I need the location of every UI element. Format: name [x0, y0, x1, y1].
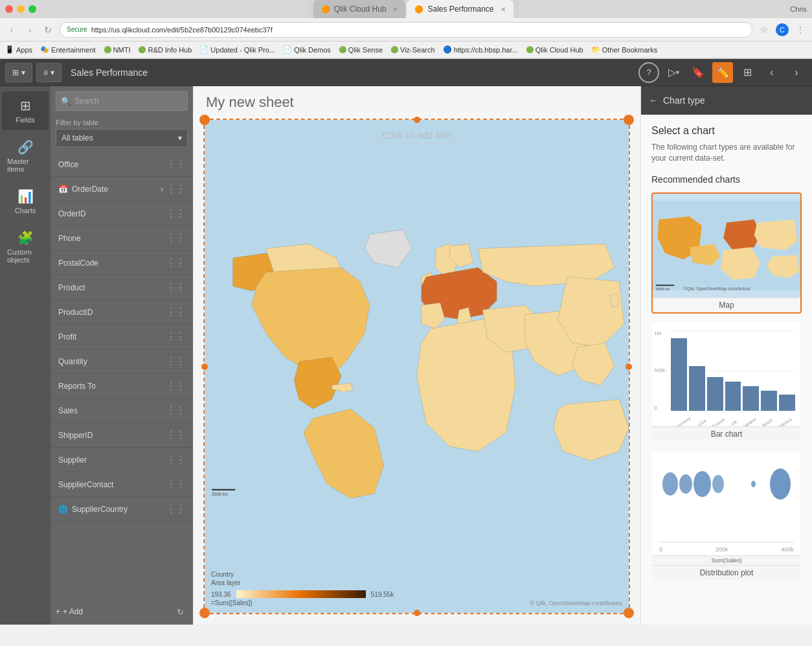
- field-drag-shipperid[interactable]: ⋮⋮: [166, 429, 185, 441]
- sidebar-item-master[interactable]: 🔗 Master items: [2, 133, 49, 179]
- forward-nav-button[interactable]: ›: [786, 62, 807, 83]
- field-drag-orderid[interactable]: ⋮⋮: [166, 207, 185, 220]
- dist-x-400k: 400k: [781, 546, 794, 553]
- search-input[interactable]: [56, 91, 188, 111]
- right-panel-header[interactable]: ← Chart type: [641, 86, 812, 115]
- field-drag-orderdate[interactable]: ⋮⋮: [166, 183, 185, 195]
- fields-icon: ⊞: [20, 98, 31, 113]
- search-wrapper: 🔍: [56, 91, 188, 111]
- field-item-quantity[interactable]: Quantity ⋮⋮: [51, 349, 193, 374]
- sidebar-item-charts[interactable]: 📊 Charts: [2, 182, 49, 221]
- field-name-office: Office: [58, 160, 78, 169]
- help-button[interactable]: ?: [638, 62, 659, 83]
- handle-t[interactable]: [414, 117, 420, 123]
- address-bar[interactable]: Secure https://us.qlikcloud.com/edit/5b2…: [60, 22, 752, 38]
- map-copyright: © Qlik, OpenStreetMap contributors: [530, 600, 622, 606]
- field-drag-profit[interactable]: ⋮⋮: [166, 330, 185, 343]
- svg-text:5000 km: 5000 km: [656, 286, 670, 290]
- nav-back[interactable]: ‹: [5, 23, 18, 36]
- close-button[interactable]: [5, 5, 13, 13]
- chart-thumb-dist[interactable]: 0 200k 400k Sum(Sales) Distribution plot: [651, 450, 802, 581]
- field-item-suppliercontact[interactable]: SupplierContact ⋮⋮: [51, 472, 193, 497]
- chart-thumb-bar[interactable]: 1M 500k 0: [651, 321, 802, 443]
- edit-button[interactable]: ✏️: [712, 62, 733, 83]
- maximize-button[interactable]: [28, 5, 36, 13]
- bookmark-qlik-sense[interactable]: 🟢Qlik Sense: [339, 46, 383, 54]
- y-label-0: 0: [654, 405, 665, 411]
- field-drag-phone[interactable]: ⋮⋮: [166, 232, 185, 244]
- hub-button[interactable]: ⊞ ▾: [5, 63, 32, 82]
- user-icon[interactable]: C: [776, 23, 789, 36]
- field-item-profit[interactable]: Profit ⋮⋮: [51, 325, 193, 349]
- bar-france: [707, 377, 723, 411]
- handle-br[interactable]: [624, 608, 634, 618]
- tab-qlik-hub-label: Qlik Cloud Hub: [334, 5, 387, 14]
- bookmark-apps[interactable]: 📱Apps: [5, 45, 32, 54]
- present-button[interactable]: ▷ ▾: [663, 62, 684, 83]
- bookmark-viz-search[interactable]: 🟢Viz-Search: [390, 46, 435, 54]
- tab-sales-performance[interactable]: 🟠 Sales Performance ✕: [407, 0, 513, 18]
- tab-qlik-hub[interactable]: 🟠 Qlik Cloud Hub ✕: [313, 0, 406, 18]
- list-button[interactable]: ≡ ▾: [36, 63, 62, 82]
- field-item-postalcode[interactable]: PostalCode ⋮⋮: [51, 251, 193, 275]
- field-item-sales[interactable]: Sales ⋮⋮: [51, 398, 193, 423]
- handle-b[interactable]: [414, 610, 420, 616]
- bookmark-updated-qlik[interactable]: 📄Updated - Qlik Pro...: [199, 45, 275, 54]
- click-to-add-title[interactable]: Click to add title: [372, 126, 462, 144]
- field-item-supplier[interactable]: Supplier ⋮⋮: [51, 448, 193, 472]
- filter-value: All tables: [62, 133, 93, 143]
- bookmark-rd-info-hub[interactable]: 🟢R&D Info Hub: [138, 46, 192, 54]
- add-button[interactable]: + + Add: [56, 607, 83, 616]
- tab-close-icon[interactable]: ✕: [392, 6, 398, 13]
- field-item-productid[interactable]: ProductID ⋮⋮: [51, 300, 193, 325]
- field-drag-productid[interactable]: ⋮⋮: [166, 306, 185, 318]
- sheet-title: My new sheet: [206, 94, 294, 111]
- field-item-product[interactable]: Product ⋮⋮: [51, 275, 193, 300]
- field-drag-office[interactable]: ⋮⋮: [166, 158, 185, 170]
- field-item-suppliercountry[interactable]: 🌐 SupplierCountry ⋮⋮: [51, 497, 193, 522]
- handle-tl[interactable]: [199, 115, 210, 125]
- handle-tr[interactable]: [624, 115, 634, 125]
- bookmark-hbsp[interactable]: 🔵https://cb.hbsp.har...: [443, 45, 518, 54]
- bookmark-qlik-cloud-hub[interactable]: 🟢Qlik Cloud Hub: [526, 46, 583, 54]
- bookmark-button[interactable]: 🔖: [688, 62, 708, 83]
- extensions-icon[interactable]: ⋮: [794, 23, 807, 36]
- field-drag-reportsto[interactable]: ⋮⋮: [166, 380, 185, 392]
- field-drag-supplier[interactable]: ⋮⋮: [166, 454, 185, 466]
- refresh-button[interactable]: ↻: [172, 604, 188, 619]
- field-drag-postalcode[interactable]: ⋮⋮: [166, 257, 185, 269]
- bookmark-nmti[interactable]: 🟢NMTI: [104, 46, 131, 54]
- nav-forward[interactable]: ›: [23, 23, 36, 36]
- back-nav-button[interactable]: ‹: [761, 62, 782, 83]
- field-item-office[interactable]: Office ⋮⋮: [51, 152, 193, 177]
- field-drag-suppliercontact[interactable]: ⋮⋮: [166, 478, 185, 490]
- field-item-reportsto[interactable]: Reports To ⋮⋮: [51, 374, 193, 398]
- field-drag-product[interactable]: ⋮⋮: [166, 281, 185, 294]
- bar-chart-bars: [671, 330, 795, 411]
- field-expand-icon[interactable]: ›: [161, 185, 163, 194]
- filter-dropdown[interactable]: All tables ▾: [56, 129, 188, 147]
- sheet-header: My new sheet: [193, 86, 640, 119]
- sidebar-item-custom[interactable]: 🧩 Custom objects: [2, 224, 49, 270]
- tab-close-icon2[interactable]: ✕: [501, 6, 506, 13]
- field-drag-quantity[interactable]: ⋮⋮: [166, 355, 185, 367]
- back-arrow-icon[interactable]: ←: [649, 95, 658, 106]
- bookmark-star[interactable]: ☆: [758, 23, 771, 36]
- handle-l[interactable]: [201, 363, 208, 370]
- handle-bl[interactable]: [199, 608, 210, 618]
- sidebar-item-fields[interactable]: ⊞ Fields: [2, 91, 49, 130]
- field-item-orderid[interactable]: OrderID ⋮⋮: [51, 202, 193, 226]
- field-item-shipperid[interactable]: ShipperID ⋮⋮: [51, 423, 193, 448]
- bookmark-other[interactable]: 📁Other Bookmarks: [591, 45, 658, 54]
- bookmark-entertainment[interactable]: 🎭Entertainment: [40, 45, 95, 54]
- grid-button[interactable]: ⊞: [737, 62, 758, 83]
- field-item-phone[interactable]: Phone ⋮⋮: [51, 226, 193, 251]
- field-item-orderdate[interactable]: 📅 OrderDate › ⋮⋮: [51, 177, 193, 202]
- chart-thumb-map[interactable]: 5000 km ©Qlik, OpenStreetMap contributor…: [651, 192, 802, 314]
- bookmark-qlik-demos[interactable]: 📄Qlik Demos: [283, 45, 331, 54]
- nav-refresh[interactable]: ↻: [41, 23, 54, 36]
- handle-r[interactable]: [626, 363, 632, 370]
- field-drag-suppliercountry[interactable]: ⋮⋮: [166, 503, 185, 515]
- field-drag-sales[interactable]: ⋮⋮: [166, 404, 185, 417]
- minimize-button[interactable]: [17, 5, 25, 13]
